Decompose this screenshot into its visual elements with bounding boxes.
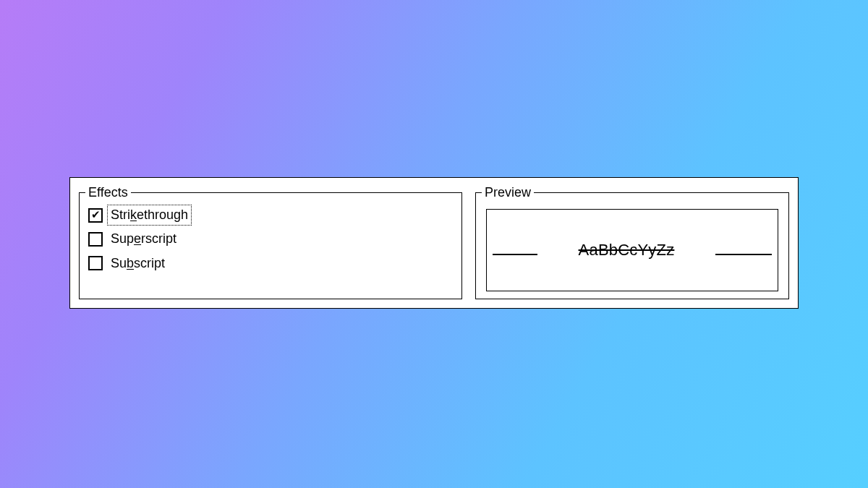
preview-baseline-left	[493, 254, 537, 255]
gradient-backdrop: Effects Strikethrough Superscript Subscr…	[0, 0, 868, 488]
effects-group: Effects Strikethrough Superscript Subscr…	[79, 185, 462, 299]
preview-baseline-right	[715, 254, 772, 255]
strikethrough-checkbox[interactable]	[88, 208, 103, 223]
superscript-option[interactable]: Superscript	[88, 230, 453, 248]
effects-legend: Effects	[85, 185, 131, 200]
preview-sample-text: AaBbCcYyZz	[537, 241, 715, 260]
superscript-checkbox[interactable]	[88, 232, 103, 247]
font-effects-panel: Effects Strikethrough Superscript Subscr…	[69, 177, 799, 309]
strikethrough-option[interactable]: Strikethrough	[88, 206, 453, 224]
superscript-label[interactable]: Superscript	[109, 230, 179, 248]
subscript-label[interactable]: Subscript	[109, 254, 167, 273]
subscript-option[interactable]: Subscript	[88, 254, 453, 273]
preview-legend: Preview	[482, 185, 534, 200]
preview-box: AaBbCcYyZz	[486, 209, 778, 291]
preview-group: Preview AaBbCcYyZz	[475, 185, 789, 299]
subscript-checkbox[interactable]	[88, 256, 103, 270]
strikethrough-label[interactable]: Strikethrough	[109, 206, 190, 224]
